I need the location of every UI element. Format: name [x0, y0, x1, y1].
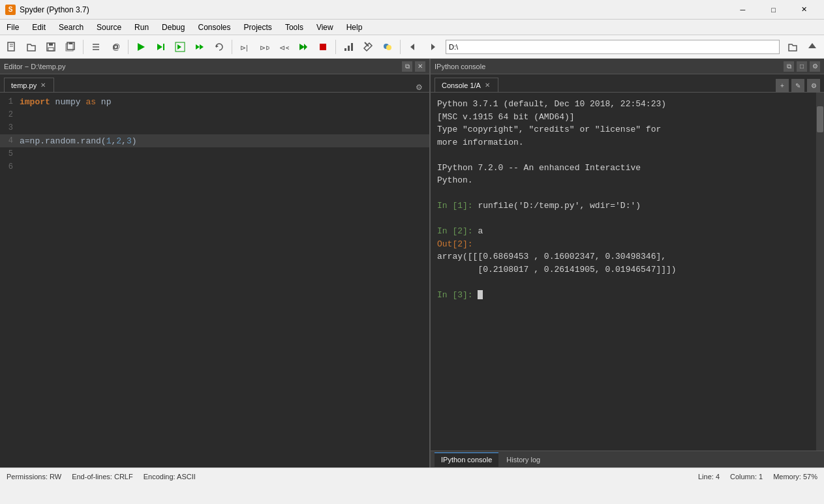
menu-source[interactable]: Source: [90, 20, 128, 35]
list-button[interactable]: [87, 38, 105, 56]
menu-view[interactable]: View: [310, 20, 340, 35]
editor-tab-close[interactable]: ✕: [39, 82, 47, 89]
console-scrollbar[interactable]: [816, 93, 824, 451]
console-options-button[interactable]: ⚙: [807, 79, 820, 92]
console-new-button[interactable]: +: [776, 79, 789, 92]
status-line-endings: End-of-lines: CRLF: [72, 473, 133, 481]
titlebar: S Spyder (Python 3.7) ─ □ ✕: [0, 0, 824, 20]
console-maximize-button[interactable]: □: [797, 61, 807, 72]
editor-float-button[interactable]: ⧉: [402, 61, 412, 72]
path-input[interactable]: [446, 40, 780, 54]
tools-button[interactable]: [359, 38, 377, 56]
status-right: Line: 4 Column: 1 Memory: 57%: [698, 473, 817, 481]
menu-consoles[interactable]: Consoles: [191, 20, 237, 35]
console-out2-val1: array([[[0.6869453 , 0.16002347, 0.30498…: [437, 252, 666, 261]
run-selection-button[interactable]: [191, 38, 209, 56]
rerun-button[interactable]: [210, 38, 228, 56]
toolbar: @ ⊳| ⊳⊳ ⊲⊲: [0, 35, 824, 59]
browse-button[interactable]: [784, 38, 802, 56]
run-cell-button[interactable]: [151, 38, 170, 56]
line-num-2: 2: [0, 110, 20, 119]
menu-tools[interactable]: Tools: [279, 20, 310, 35]
console-float-button[interactable]: ⧉: [784, 61, 794, 72]
svg-marker-19: [196, 44, 200, 50]
console-settings-button[interactable]: ⚙: [810, 61, 820, 72]
run-cell-advance-button[interactable]: [171, 38, 189, 56]
editor-title: Editor − D:\temp.py: [4, 63, 65, 70]
code-line-5: 5: [0, 147, 429, 160]
console-line-1: Python 3.7.1 (default, Dec 10 2018, 22:5…: [437, 99, 666, 109]
editor-settings-icon[interactable]: ⚙: [413, 83, 425, 92]
svg-rect-29: [348, 46, 350, 51]
debug-step-over-button[interactable]: ⊳|: [236, 38, 254, 56]
code-content-1: import numpy as np: [20, 97, 111, 107]
debug-continue-button[interactable]: [294, 38, 313, 56]
editor-tab-temp-py[interactable]: temp.py ✕: [4, 78, 54, 92]
svg-marker-18: [177, 44, 181, 50]
console-tab-close[interactable]: ✕: [483, 82, 491, 89]
open-file-button[interactable]: [22, 38, 40, 56]
toolbar-sep-3: [232, 40, 232, 54]
bottom-tab-history[interactable]: History log: [500, 452, 547, 467]
console-edit-button[interactable]: ✎: [791, 79, 804, 92]
status-permissions: Permissions: RW: [7, 473, 61, 481]
svg-text:⊳⊳: ⊳⊳: [260, 44, 269, 52]
console-output-area[interactable]: Python 3.7.1 (default, Dec 10 2018, 22:5…: [431, 93, 816, 451]
save-all-button[interactable]: [61, 38, 80, 56]
menu-debug[interactable]: Debug: [155, 20, 191, 35]
editor-code-area[interactable]: 1 import numpy as np 2 3 4 a=np.random.r…: [0, 93, 429, 467]
menu-projects[interactable]: Projects: [237, 20, 279, 35]
python-button[interactable]: [378, 38, 397, 56]
console-in3: In [3]:: [437, 290, 483, 300]
console-out2-label: Out[2]:: [437, 239, 473, 249]
nav-back-button[interactable]: [404, 38, 422, 56]
stop-button[interactable]: [314, 38, 332, 56]
console-titlebar: IPython console ⧉ □ ⚙: [431, 59, 824, 74]
menu-help[interactable]: Help: [340, 20, 369, 35]
status-line: Line: 4: [698, 473, 720, 481]
line-num-5: 5: [0, 149, 20, 158]
editor-tabs: temp.py ✕ ⚙: [0, 74, 429, 93]
console-pane-controls: ⧉ □ ⚙: [784, 61, 820, 72]
window-controls: ─ □ ✕: [728, 3, 819, 16]
svg-rect-30: [351, 43, 353, 51]
svg-marker-20: [200, 44, 204, 50]
minimize-button[interactable]: ─: [728, 3, 757, 16]
close-button[interactable]: ✕: [789, 3, 819, 16]
nav-forward-button[interactable]: [423, 38, 442, 56]
code-content-4: a=np.random.rand(1,2,3): [20, 136, 137, 146]
bottom-tab-ipython[interactable]: IPython console: [435, 452, 498, 467]
line-num-4: 4: [0, 136, 20, 145]
svg-point-33: [386, 45, 391, 50]
console-in2: In [2]: a: [437, 226, 483, 236]
svg-marker-36: [808, 43, 816, 48]
console-tabs-bar: Console 1/A ✕ + ✎ ⚙: [431, 74, 824, 93]
toolbar-sep-1: [83, 40, 84, 54]
maximize-button[interactable]: □: [759, 3, 788, 16]
svg-rect-4: [49, 43, 53, 46]
menu-file[interactable]: File: [0, 20, 25, 35]
run-button[interactable]: [132, 38, 150, 56]
console-tab-label: Console 1/A: [442, 82, 481, 89]
console-tab-1a[interactable]: Console 1/A ✕: [435, 78, 498, 92]
status-left: Permissions: RW End-of-lines: CRLF Encod…: [7, 473, 196, 481]
save-file-button[interactable]: [42, 38, 60, 56]
console-scrollbar-thumb[interactable]: [817, 106, 823, 132]
console-line-2: [MSC v.1915 64 bit (AMD64)]: [437, 112, 575, 122]
svg-marker-35: [431, 44, 435, 50]
menubar: File Edit Search Source Run Debug Consol…: [0, 20, 824, 35]
svg-rect-27: [320, 44, 326, 50]
menu-edit[interactable]: Edit: [25, 20, 52, 35]
at-button[interactable]: @: [106, 38, 125, 56]
editor-titlebar: Editor − D:\temp.py ⧉ ✕: [0, 59, 429, 74]
debug-step-out-button[interactable]: ⊲⊲: [275, 38, 293, 56]
debug-step-into-button[interactable]: ⊳⊳: [255, 38, 273, 56]
menu-run[interactable]: Run: [128, 20, 155, 35]
up-dir-button[interactable]: [803, 38, 821, 56]
profile-button[interactable]: [339, 38, 358, 56]
cursor-blink: [478, 290, 483, 299]
toolbar-sep-4: [335, 40, 336, 54]
menu-search[interactable]: Search: [52, 20, 90, 35]
new-file-button[interactable]: [3, 38, 21, 56]
editor-close-button[interactable]: ✕: [415, 61, 425, 72]
